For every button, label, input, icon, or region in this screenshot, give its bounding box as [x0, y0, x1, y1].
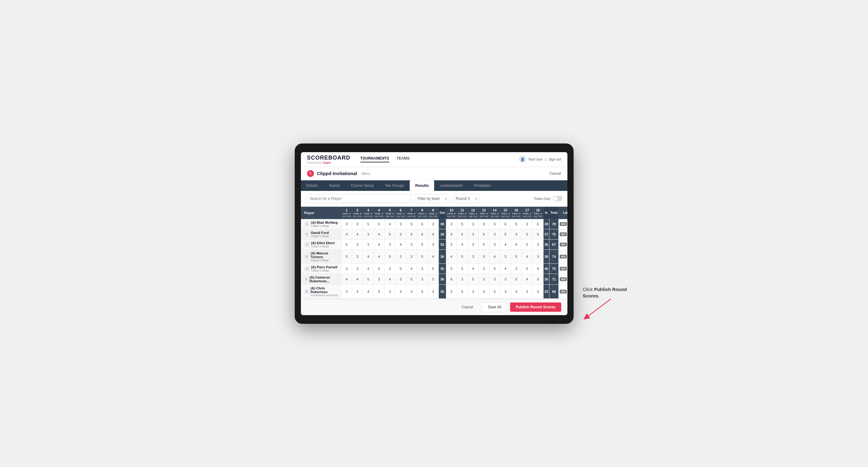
hole-18-score[interactable]: 3 [532, 274, 543, 284]
hole-10-score[interactable]: 3 [446, 219, 457, 229]
hole-5-score[interactable]: 5 [384, 229, 396, 239]
hole-8-score[interactable]: 3 [417, 274, 428, 284]
hole-1-score[interactable]: 3 [341, 284, 352, 299]
hole-3-score[interactable]: 4 [363, 284, 374, 299]
hole-15-score[interactable]: 4 [500, 263, 511, 274]
hole-11-score[interactable]: 5 [457, 219, 468, 229]
tab-printables[interactable]: Printables [468, 180, 496, 191]
hole-12-score[interactable]: 3 [468, 229, 478, 239]
hole-10-score[interactable]: 3 [446, 284, 457, 299]
hole-4-score[interactable]: 5 [374, 263, 384, 274]
hole-17-score[interactable]: 5 [522, 229, 532, 239]
hole-6-score[interactable]: 3 [395, 274, 406, 284]
hole-8-score[interactable]: 5 [417, 249, 428, 263]
hole-7-score[interactable]: 3 [406, 239, 417, 249]
hole-11-score[interactable]: 5 [457, 263, 468, 274]
hole-13-score[interactable]: 3 [478, 219, 489, 229]
hole-3-score[interactable]: 5 [363, 274, 374, 284]
hole-6-score[interactable]: 3 [395, 249, 406, 263]
hole-8-score[interactable]: 5 [417, 284, 428, 299]
hole-1-score[interactable]: 5 [341, 239, 352, 249]
hole-18-score[interactable]: 5 [532, 229, 543, 239]
hole-7-score[interactable]: 3 [406, 249, 417, 263]
wd-badge[interactable]: WD [560, 277, 567, 281]
round-dropdown[interactable]: Round 3 [453, 194, 479, 203]
hole-4-score[interactable]: 4 [374, 249, 384, 263]
wd-badge[interactable]: WD [560, 290, 567, 293]
publish-round-scores-button[interactable]: Publish Round Scores [510, 303, 561, 312]
hole-6-score[interactable]: 5 [395, 263, 406, 274]
hole-4-score[interactable]: 3 [374, 274, 384, 284]
hole-16-score[interactable]: 5 [511, 249, 522, 263]
hole-18-score[interactable]: 3 [532, 284, 543, 299]
tab-results[interactable]: Results [410, 180, 434, 191]
hole-7-score[interactable]: 4 [406, 263, 417, 274]
wd-badge[interactable]: WD [560, 267, 567, 271]
hole-10-score[interactable]: 6 [446, 274, 457, 284]
hole-13-score[interactable]: 4 [478, 284, 489, 299]
cancel-tournament-button[interactable]: Cancel [550, 172, 561, 176]
hole-17-score[interactable]: 4 [522, 249, 532, 263]
hole-9-score[interactable]: 5 [428, 263, 438, 274]
hole-9-score[interactable]: 4 [428, 284, 438, 299]
hole-7-score[interactable]: 3 [406, 284, 417, 299]
search-input[interactable] [306, 194, 411, 203]
hole-2-score[interactable]: 3 [352, 219, 363, 229]
tab-course-setup[interactable]: Course Setup [345, 180, 379, 191]
hole-9-score[interactable]: 4 [428, 229, 438, 239]
hole-4-score[interactable]: 4 [374, 229, 384, 239]
hole-5-score[interactable]: 4 [384, 274, 396, 284]
hole-14-score[interactable]: 5 [489, 219, 500, 229]
hole-4-score[interactable]: 5 [374, 284, 384, 299]
hole-16-score[interactable]: 3 [511, 263, 522, 274]
nav-teams[interactable]: TEAMS [397, 156, 410, 162]
hole-1-score[interactable]: 4 [341, 229, 352, 239]
tab-leaderboards[interactable]: Leaderboards [434, 180, 468, 191]
hole-8-score[interactable]: 6 [417, 219, 428, 229]
hole-14-score[interactable]: 5 [489, 263, 500, 274]
totals-toggle-switch[interactable] [553, 196, 562, 201]
filter-by-team-dropdown[interactable]: Filter by team [414, 194, 450, 203]
hole-7-score[interactable]: 5 [406, 274, 417, 284]
hole-7-score[interactable]: 5 [406, 219, 417, 229]
hole-2-score[interactable]: 3 [352, 239, 363, 249]
wd-badge[interactable]: WD [560, 232, 567, 236]
tab-tee-groups[interactable]: Tee Groups [379, 180, 410, 191]
hole-15-score[interactable]: 5 [500, 229, 511, 239]
hole-9-score[interactable]: 5 [428, 274, 438, 284]
wd-badge[interactable]: WD [560, 222, 567, 226]
nav-tournaments[interactable]: TOURNAMENTS [361, 156, 389, 162]
hole-14-score[interactable]: 3 [489, 274, 500, 284]
hole-12-score[interactable]: 3 [468, 284, 478, 299]
hole-2-score[interactable]: 3 [352, 263, 363, 274]
cancel-button[interactable]: Cancel [456, 303, 479, 312]
tab-details[interactable]: Details [301, 180, 323, 191]
hole-8-score[interactable]: 3 [417, 263, 428, 274]
hole-1-score[interactable]: 3 [341, 263, 352, 274]
hole-10-score[interactable]: 4 [446, 249, 457, 263]
hole-13-score[interactable]: 5 [478, 229, 489, 239]
hole-14-score[interactable]: 5 [489, 284, 500, 299]
hole-13-score[interactable]: 3 [478, 274, 489, 284]
hole-18-score[interactable]: 3 [532, 239, 543, 249]
hole-13-score[interactable]: 3 [478, 263, 489, 274]
hole-13-score[interactable]: 5 [478, 249, 489, 263]
hole-17-score[interactable]: 3 [522, 219, 532, 229]
hole-3-score[interactable]: 3 [363, 239, 374, 249]
wd-badge[interactable]: WD [560, 243, 567, 246]
hole-12-score[interactable]: 4 [468, 263, 478, 274]
hole-10-score[interactable]: 5 [446, 263, 457, 274]
hole-13-score[interactable]: 5 [478, 239, 489, 249]
hole-15-score[interactable]: 3 [500, 284, 511, 299]
hole-11-score[interactable]: 5 [457, 229, 468, 239]
hole-12-score[interactable]: 3 [468, 219, 478, 229]
hole-5-score[interactable]: 5 [384, 249, 396, 263]
hole-16-score[interactable]: 4 [511, 284, 522, 299]
hole-9-score[interactable]: 4 [428, 249, 438, 263]
hole-11-score[interactable]: 4 [457, 239, 468, 249]
hole-6-score[interactable]: 4 [395, 239, 406, 249]
hole-18-score[interactable]: 6 [532, 263, 543, 274]
hole-8-score[interactable]: 6 [417, 229, 428, 239]
tab-teams[interactable]: Teams [323, 180, 345, 191]
hole-9-score[interactable]: 3 [428, 239, 438, 249]
